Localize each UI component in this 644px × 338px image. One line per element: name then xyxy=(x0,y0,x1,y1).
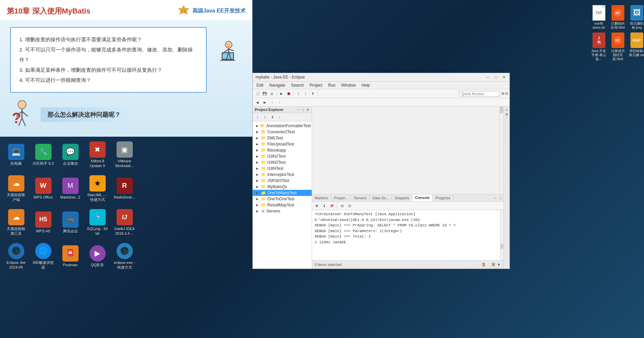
tree-item-13[interactable]: ▶ 📁 ResultMapTest xyxy=(253,202,312,208)
console-tab-console-label: Console xyxy=(415,196,430,200)
side-panel-btn-1[interactable]: ≡ xyxy=(505,108,509,111)
desktop-icon-4[interactable]: ▣ VMware Workstati... xyxy=(112,139,137,171)
toolbar-btn-1[interactable]: ⟨ xyxy=(295,90,302,97)
tree-item-12[interactable]: ▶ 📁 OneToOneTest xyxy=(253,196,312,202)
menu-navigate[interactable]: Navigate xyxy=(267,82,287,88)
console-tab-progress[interactable]: Progress xyxy=(433,195,453,201)
desktop-icon-14[interactable]: IJ IntelliJ IDEA 2018.3.4 ... xyxy=(112,206,137,239)
right-scrollbar-editor[interactable] xyxy=(499,107,503,194)
desktop-icon-8[interactable]: ★ StarUML... - 快捷方式 xyxy=(85,173,110,205)
desktop-icon-11[interactable]: H5 WPS H5 xyxy=(30,206,56,239)
explorer-toolbar-btn2[interactable]: ⟩ xyxy=(262,114,268,120)
menu-edit[interactable]: Edit xyxy=(254,82,266,88)
desktop-icon-right-5[interactable]: RAR 求职检验-陈贝娜.rar xyxy=(629,32,644,61)
desktop-icon-16[interactable]: 🌐 360极速浏览器 xyxy=(30,240,56,272)
toolbar2-btn-4[interactable]: ↓ xyxy=(276,99,283,106)
console-tab-console[interactable]: Console xyxy=(412,195,433,201)
desktop-icon-17[interactable]: 📮 Postman xyxy=(58,240,83,272)
menu-help[interactable]: Help xyxy=(359,82,372,88)
desktop-icon-10[interactable]: ☁ 天翼校园检测工具 xyxy=(3,206,29,239)
console-line-3: DEBUG [main] <== Total: 1 xyxy=(315,234,497,240)
menu-run[interactable]: Run xyxy=(326,82,337,88)
minimize-button[interactable]: ─ xyxy=(485,74,491,80)
console-tab-markers[interactable]: Markers xyxy=(312,195,331,201)
desktop-icon-18[interactable]: ▶ QQ影音 xyxy=(85,240,110,272)
tree-item-7[interactable]: ▶ 📁 I18NTest xyxy=(253,165,312,172)
console-minimize[interactable]: ─ xyxy=(492,195,498,201)
explorer-close[interactable]: ✕ xyxy=(306,108,310,112)
project-tree: ▶ 📁 AnnotationFormatterTest ▶ 📁 Converte… xyxy=(253,121,312,269)
console-btn-pin[interactable]: 📌 xyxy=(328,202,335,209)
menu-search[interactable]: Search xyxy=(289,82,306,88)
toolbar-btn-3[interactable]: ⬆ xyxy=(309,90,316,97)
toolbar2-btn-forward[interactable]: ▶ xyxy=(262,99,268,106)
desktop-icon-2[interactable]: 💬 企业微信 xyxy=(58,139,83,171)
desktop-icon-right-4[interactable]: FF 注册成功跳转页面.html xyxy=(610,32,626,61)
explorer-toolbar-btn4[interactable]: ↕ xyxy=(276,114,283,120)
tree-item-0[interactable]: ▶ 📁 AnnotationFormatterTest xyxy=(253,123,312,129)
desktop-icon-right-0[interactable]: TXT vue和axios.txt xyxy=(591,5,607,30)
desktop-icon-9[interactable]: R RedisDesk... xyxy=(112,173,137,205)
desktop-icon-19[interactable]: 🌑 eclipse.exe - 快捷方式 xyxy=(112,240,137,272)
desktop-icon-right-1[interactable]: FF 已删除的应用.html xyxy=(610,5,626,30)
toolbar-icon-1[interactable]: ⊞ xyxy=(501,91,504,96)
toolbar-btn-print[interactable]: 🖨 xyxy=(268,90,275,97)
console-maximize[interactable]: □ xyxy=(498,195,503,201)
tree-item-8[interactable]: ▶ 📁 InterceptorTest xyxy=(253,172,312,178)
tree-item-6[interactable]: ▶ 📁 I18N3Test xyxy=(253,159,312,165)
menu-project[interactable]: Project xyxy=(308,82,324,88)
explorer-toolbar-btn1[interactable]: ⟨ xyxy=(254,114,261,120)
desktop-icon-right-3[interactable]: J书 Java 开发手册-泰山版... xyxy=(591,32,607,61)
toolbar2-btn-back[interactable]: ◀ xyxy=(254,99,261,106)
console-toolbar: ✖ ⬇ 📌 ⊞ ⊟ xyxy=(312,202,503,210)
console-scrollbar-thumb[interactable] xyxy=(501,244,503,249)
toolbar-btn-save[interactable]: 💾 xyxy=(261,90,268,97)
console-btn-4[interactable]: ⊞ xyxy=(339,202,346,209)
console-btn-scroll[interactable]: ⬇ xyxy=(321,202,328,209)
toolbar2-btn-3[interactable]: ↑ xyxy=(269,99,276,106)
explorer-maximize[interactable]: □ xyxy=(301,108,305,112)
tree-item-11[interactable]: ▶ 📁 OneToManyTest xyxy=(253,190,312,196)
desktop-icon-right-2[interactable]: 🖼 陈贝娜职称.png xyxy=(629,5,644,30)
tree-item-2[interactable]: ▶ 📁 DMLTest xyxy=(253,135,312,141)
scrollbar-thumb-editor[interactable] xyxy=(500,107,503,113)
desktop-icon-5[interactable]: ☁ 天翼校园客户端 xyxy=(3,173,29,205)
toolbar-btn-new[interactable]: ⬜ xyxy=(254,90,261,97)
explorer-minimize[interactable]: ─ xyxy=(296,108,300,112)
desktop-icon-6[interactable]: W WPS Office xyxy=(30,173,56,205)
tree-item-10[interactable]: ▶ 📁 MyBatisQs xyxy=(253,184,312,190)
desktop-icon-13[interactable]: 🐬 SQLyog - 64 bit xyxy=(85,206,110,239)
toolbar-btn-run[interactable]: ▶ xyxy=(278,90,285,97)
quick-access-input[interactable] xyxy=(459,91,500,96)
side-panel-btn-2[interactable]: ⊞ xyxy=(505,112,509,116)
console-tab-properties[interactable]: Proper... xyxy=(331,195,351,201)
editor-main[interactable] xyxy=(312,107,499,194)
tree-item-14[interactable]: ▶ 🖥 Servers xyxy=(253,208,312,214)
desktop-icon-7[interactable]: M Markdow...2 xyxy=(58,173,83,205)
tree-item-3[interactable]: ▶ 📁 FileUploadTest xyxy=(253,141,312,147)
explorer-toolbar-btn3[interactable]: ⬇ xyxy=(269,114,276,120)
desktop-icon-15[interactable]: 🌑 Eclipse Jee 2019-09 xyxy=(3,240,29,272)
menu-window[interactable]: Window xyxy=(339,82,358,88)
console-scrollbar[interactable] xyxy=(500,210,503,260)
toolbar-btn-2[interactable]: ⟩ xyxy=(302,90,309,97)
console-btn-5[interactable]: ⊟ xyxy=(346,202,353,209)
desktop-icon-0[interactable]: 💻 此电脑 xyxy=(3,139,29,171)
desktop-icon-3[interactable]: ✖ XMind 8 Update 9 xyxy=(85,139,110,171)
tree-item-5[interactable]: ▶ 📁 I18N2Test xyxy=(253,153,312,159)
close-button[interactable]: ✕ xyxy=(501,74,507,80)
toolbar-icon-2[interactable]: ⊟ xyxy=(505,91,508,96)
console-tab-snippets[interactable]: Snippets xyxy=(392,195,412,201)
console-tab-datasource[interactable]: Data So... xyxy=(370,195,392,201)
tree-arrow-6: ▶ xyxy=(256,161,259,164)
maximize-button[interactable]: □ xyxy=(493,74,499,80)
console-tab-servers[interactable]: Servers xyxy=(351,195,370,201)
tree-item-4[interactable]: ▶ 📁 fkbookapp xyxy=(253,147,312,153)
desktop-icon-12[interactable]: 📹 腾讯会议 xyxy=(58,206,83,239)
desktop-icon-1[interactable]: 🔧 分区助手 8.3 xyxy=(30,139,56,171)
svg-line-20 xyxy=(22,118,25,126)
tree-item-9[interactable]: ▶ 📁 JSR303Test xyxy=(253,178,312,184)
toolbar-btn-debug[interactable]: 🐞 xyxy=(285,90,292,97)
console-btn-clear[interactable]: ✖ xyxy=(313,202,320,209)
tree-item-1[interactable]: ▶ 📁 Converter2Test xyxy=(253,129,312,135)
